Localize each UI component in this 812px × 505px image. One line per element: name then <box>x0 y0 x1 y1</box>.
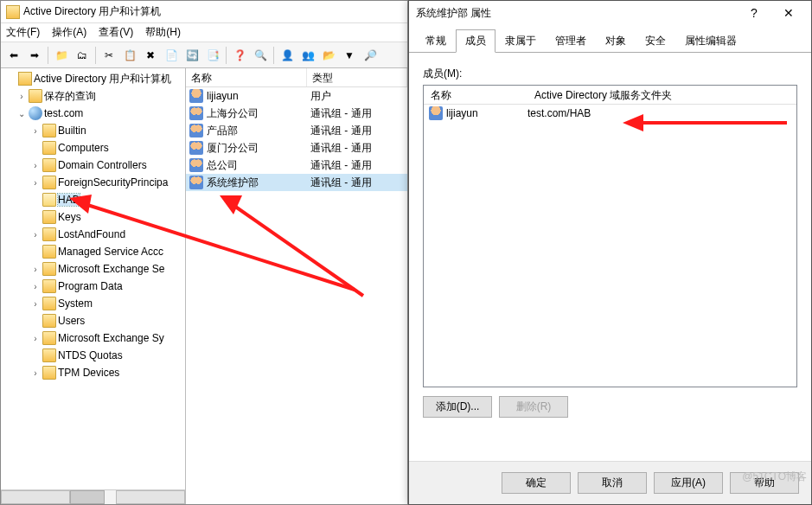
tab-memberof[interactable]: 隶属于 <box>496 29 546 53</box>
folder-icon <box>29 89 42 103</box>
new-user-icon[interactable]: 👤 <box>278 46 297 65</box>
menu-view[interactable]: 查看(V) <box>99 25 133 40</box>
show-icon[interactable]: 🗂 <box>73 46 92 65</box>
aduc-main-window: Active Directory 用户和计算机 文件(F) 操作(A) 查看(V… <box>0 0 408 505</box>
tree-node[interactable]: ›Microsoft Exchange Se <box>3 260 183 278</box>
tree-node[interactable]: Users <box>3 312 183 329</box>
properties-icon[interactable]: 📄 <box>162 46 181 65</box>
export-icon[interactable]: 📑 <box>203 46 222 65</box>
tree-domain[interactable]: ⌄test.com <box>3 105 183 122</box>
menu-help[interactable]: 帮助(H) <box>145 25 181 40</box>
col-type[interactable]: 类型 <box>307 68 407 86</box>
list-item-selected[interactable]: 系统维护部通讯组 - 通用 <box>186 174 407 191</box>
tree-node[interactable]: Computers <box>3 139 183 157</box>
tab-managedby[interactable]: 管理者 <box>546 29 596 53</box>
watermark: @51CTO博客 <box>742 470 807 484</box>
tree-saved-queries[interactable]: ›保存的查询 <box>3 87 183 105</box>
tab-security[interactable]: 安全 <box>636 29 675 53</box>
search-icon[interactable]: 🔎 <box>361 46 380 65</box>
scroll-right-icon[interactable] <box>116 490 185 504</box>
dialog-body: 成员(M): 名称 Active Directory 域服务文件夹 lijiay… <box>409 53 811 433</box>
tree-node[interactable]: ›ForeignSecurityPrincipa <box>3 174 183 191</box>
tree-node[interactable]: ›Program Data <box>3 278 183 295</box>
dialog-title: 系统维护部 属性 <box>416 6 491 21</box>
tree-node[interactable]: ›Builtin <box>3 122 183 139</box>
folder-icon <box>42 141 56 155</box>
copy-icon[interactable]: 📋 <box>120 46 139 65</box>
tree-node[interactable]: NTDS Quotas <box>3 347 183 364</box>
up-icon[interactable]: 📁 <box>52 46 71 65</box>
properties-dialog: 系统维护部 属性 ? ✕ 常规 成员 隶属于 管理者 对象 安全 属性编辑器 成… <box>408 0 812 505</box>
tab-strip: 常规 成员 隶属于 管理者 对象 安全 属性编辑器 <box>409 25 811 53</box>
cancel-button[interactable]: 取消 <box>578 472 647 494</box>
members-header[interactable]: 名称 Active Directory 域服务文件夹 <box>424 86 796 105</box>
member-col-folder[interactable]: Active Directory 域服务文件夹 <box>527 86 679 104</box>
folder-icon <box>42 210 56 224</box>
tab-object[interactable]: 对象 <box>596 29 636 53</box>
tree-node[interactable]: ›TPM Devices <box>3 364 183 381</box>
horizontal-scrollbar[interactable] <box>1 489 185 504</box>
apply-button[interactable]: 应用(A) <box>654 472 723 494</box>
list-body[interactable]: lijiayun用户 上海分公司通讯组 - 通用 产品部通讯组 - 通用 厦门分… <box>186 87 407 504</box>
group-icon <box>189 141 203 155</box>
find-icon[interactable]: 🔍 <box>251 46 270 65</box>
menu-action[interactable]: 操作(A) <box>52 25 86 40</box>
member-actions: 添加(D)... 删除(R) <box>423 396 797 418</box>
remove-button: 删除(R) <box>499 396 568 418</box>
tab-members[interactable]: 成员 <box>456 29 496 53</box>
tree-pane: Active Directory 用户和计算机 ›保存的查询 ⌄test.com… <box>1 68 186 504</box>
help-icon[interactable]: ❓ <box>230 46 249 65</box>
window-title: Active Directory 用户和计算机 <box>23 4 161 19</box>
menu-file[interactable]: 文件(F) <box>6 25 40 40</box>
scroll-track[interactable] <box>105 490 116 504</box>
nav-back-icon[interactable]: ⬅ <box>4 46 23 65</box>
list-item[interactable]: 总公司通讯组 - 通用 <box>186 157 407 174</box>
list-item[interactable]: lijiayun用户 <box>186 87 407 105</box>
tree-node-hab[interactable]: HAB <box>3 191 183 208</box>
tree-node[interactable]: Keys <box>3 208 183 226</box>
ok-button[interactable]: 确定 <box>502 472 571 494</box>
member-col-name[interactable]: 名称 <box>424 86 527 104</box>
tree-node[interactable]: Managed Service Accc <box>3 243 183 260</box>
delete-icon[interactable]: ✖ <box>141 46 160 65</box>
nav-fwd-icon[interactable]: ➡ <box>25 46 44 65</box>
list-pane: 名称 类型 lijiayun用户 上海分公司通讯组 - 通用 产品部通讯组 - … <box>186 68 407 504</box>
user-icon <box>429 106 443 120</box>
group-icon <box>189 124 203 137</box>
member-row[interactable]: lijiayun test.com/HAB <box>424 105 796 122</box>
members-list[interactable]: 名称 Active Directory 域服务文件夹 lijiayun test… <box>423 85 797 387</box>
tab-attreditor[interactable]: 属性编辑器 <box>675 29 746 53</box>
new-group-icon[interactable]: 👥 <box>298 46 317 65</box>
cut-icon[interactable]: ✂ <box>99 46 118 65</box>
tree-node[interactable]: ›Microsoft Exchange Sy <box>3 329 183 347</box>
list-item[interactable]: 厦门分公司通讯组 - 通用 <box>186 139 407 157</box>
help-button-icon[interactable]: ? <box>738 3 770 22</box>
add-button[interactable]: 添加(D)... <box>423 396 492 418</box>
tree-node[interactable]: ›System <box>3 295 183 312</box>
group-icon <box>189 158 203 172</box>
titlebar: Active Directory 用户和计算机 <box>1 1 407 23</box>
folder-icon <box>42 262 56 276</box>
col-name[interactable]: 名称 <box>186 68 307 86</box>
folder-icon <box>42 331 56 345</box>
tree-node[interactable]: ›Domain Controllers <box>3 157 183 174</box>
list-item[interactable]: 产品部通讯组 - 通用 <box>186 122 407 139</box>
folder-icon <box>42 227 56 241</box>
list-item[interactable]: 上海分公司通讯组 - 通用 <box>186 105 407 122</box>
tab-general[interactable]: 常规 <box>416 29 456 53</box>
tree-node[interactable]: ›LostAndFound <box>3 226 183 243</box>
separator <box>226 47 227 64</box>
refresh-icon[interactable]: 🔄 <box>182 46 201 65</box>
scroll-left-icon[interactable] <box>1 490 70 504</box>
tree[interactable]: Active Directory 用户和计算机 ›保存的查询 ⌄test.com… <box>1 68 185 489</box>
group-icon <box>189 176 203 189</box>
new-ou-icon[interactable]: 📂 <box>319 46 338 65</box>
scroll-thumb[interactable] <box>70 490 105 504</box>
separator <box>95 47 96 64</box>
separator <box>273 47 274 64</box>
list-header[interactable]: 名称 类型 <box>186 68 407 87</box>
tree-root[interactable]: Active Directory 用户和计算机 <box>3 70 183 87</box>
close-icon[interactable]: ✕ <box>773 3 804 22</box>
folder-icon <box>42 245 56 259</box>
filter-icon[interactable]: ▼ <box>340 46 359 65</box>
